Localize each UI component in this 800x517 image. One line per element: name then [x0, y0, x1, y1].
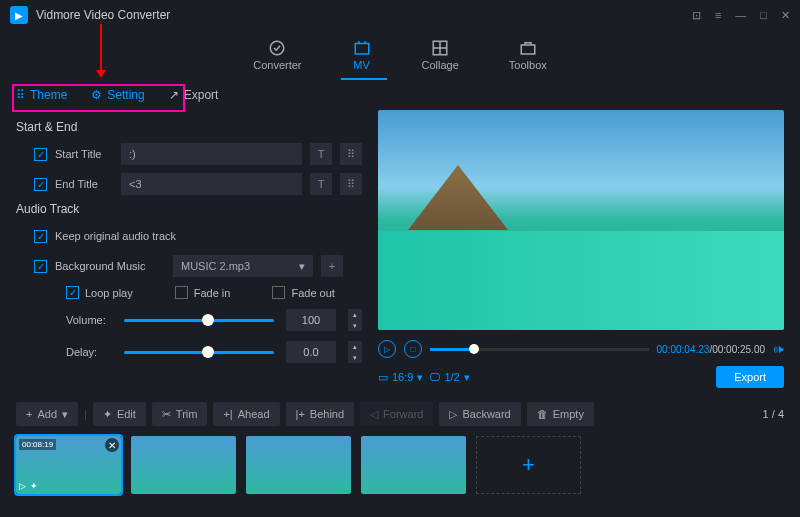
preview-video[interactable] — [378, 110, 784, 330]
volume-slider[interactable] — [124, 319, 274, 322]
theme-icon: ⠿ — [16, 88, 25, 102]
volume-down[interactable]: ▾ — [348, 320, 362, 331]
end-expand-button[interactable]: ⠿ — [340, 173, 362, 195]
keep-audio-checkbox[interactable]: ✓ — [34, 230, 47, 243]
tab-export[interactable]: ↗ Export — [169, 88, 219, 102]
svg-rect-1 — [355, 44, 369, 55]
svg-point-0 — [271, 41, 285, 55]
page-indicator: 1 / 4 — [763, 408, 784, 420]
thumbnail-2[interactable] — [131, 436, 236, 494]
zoom-dropdown[interactable]: 🖵 1/2 ▾ — [429, 371, 469, 384]
add-thumbnail-button[interactable]: + — [476, 436, 581, 494]
tab-setting[interactable]: ⚙ Setting — [91, 88, 144, 102]
nav-active-indicator — [341, 78, 387, 80]
toolbox-icon — [518, 39, 538, 57]
ahead-button[interactable]: +| Ahead — [213, 402, 279, 426]
start-title-input[interactable] — [121, 143, 302, 165]
delay-slider[interactable] — [124, 351, 274, 354]
converter-icon — [267, 39, 287, 57]
bg-music-label: Background Music — [55, 260, 165, 272]
nav-toolbox[interactable]: Toolbox — [509, 39, 547, 71]
stop-button[interactable]: □ — [404, 340, 422, 358]
time-display: 00:00:04.23/00:00:25.00 — [657, 344, 765, 355]
add-button[interactable]: + Add ▾ — [16, 402, 78, 426]
thumbnails: 00:08:19 ✕ ▷✦ + — [0, 430, 800, 500]
end-title-label: End Title — [55, 178, 113, 190]
empty-button[interactable]: 🗑 Empty — [527, 402, 594, 426]
chevron-down-icon: ▾ — [299, 260, 305, 273]
thumbnail-3[interactable] — [246, 436, 351, 494]
start-expand-button[interactable]: ⠿ — [340, 143, 362, 165]
backward-button[interactable]: ▷ Backward — [439, 402, 520, 426]
fadeout-checkbox[interactable]: ✓ — [272, 286, 285, 299]
thumbnail-1[interactable]: 00:08:19 ✕ ▷✦ — [16, 436, 121, 494]
add-music-button[interactable]: + — [321, 255, 343, 277]
clip-toolbar: + Add ▾ | ✦ Edit ✂ Trim +| Ahead |+ Behi… — [0, 398, 800, 430]
volume-label: Volume: — [66, 314, 112, 326]
top-nav: Converter MV Collage Toolbox — [0, 30, 800, 80]
fadein-checkbox[interactable]: ✓ — [175, 286, 188, 299]
volume-icon[interactable]: 🕪 — [773, 343, 784, 355]
setting-icon: ⚙ — [91, 88, 102, 102]
end-font-button[interactable]: T — [310, 173, 332, 195]
nav-converter[interactable]: Converter — [253, 39, 301, 71]
delay-down[interactable]: ▾ — [348, 352, 362, 363]
delay-up[interactable]: ▴ — [348, 341, 362, 352]
thumb-edit-icon[interactable]: ✦ — [30, 481, 38, 491]
app-title: Vidmore Video Converter — [36, 8, 692, 22]
settings-panel: Start & End ✓ Start Title T ⠿ ✓ End Titl… — [0, 110, 378, 390]
export-button[interactable]: Export — [716, 366, 784, 388]
nav-mv[interactable]: MV — [352, 39, 372, 71]
trim-button[interactable]: ✂ Trim — [152, 402, 208, 426]
start-title-label: Start Title — [55, 148, 113, 160]
end-title-input[interactable] — [121, 173, 302, 195]
keep-audio-label: Keep original audio track — [55, 230, 176, 242]
play-button[interactable]: ▷ — [378, 340, 396, 358]
close-icon[interactable]: ✕ — [781, 9, 790, 22]
menu-icon[interactable]: ≡ — [715, 9, 721, 22]
export-icon: ↗ — [169, 88, 179, 102]
delay-value[interactable]: 0.0 — [286, 341, 336, 363]
start-end-title: Start & End — [16, 120, 362, 134]
thumb-close-icon[interactable]: ✕ — [105, 438, 119, 452]
volume-up[interactable]: ▴ — [348, 309, 362, 320]
mv-icon — [352, 39, 372, 57]
feedback-icon[interactable]: ⊡ — [692, 9, 701, 22]
delay-label: Delay: — [66, 346, 112, 358]
thumb-duration: 00:08:19 — [19, 439, 56, 450]
minimize-icon[interactable]: — — [735, 9, 746, 22]
music-dropdown[interactable]: MUSIC 2.mp3 ▾ — [173, 255, 313, 277]
nav-collage[interactable]: Collage — [422, 39, 459, 71]
volume-value[interactable]: 100 — [286, 309, 336, 331]
thumb-play-icon[interactable]: ▷ — [19, 481, 26, 491]
app-logo: ▶ — [10, 6, 28, 24]
aspect-ratio-dropdown[interactable]: ▭ 16:9 ▾ — [378, 371, 423, 384]
audio-track-title: Audio Track — [16, 202, 362, 216]
edit-button[interactable]: ✦ Edit — [93, 402, 146, 426]
subtabs: ⠿ Theme ⚙ Setting ↗ Export — [0, 80, 800, 110]
loop-checkbox[interactable]: ✓ — [66, 286, 79, 299]
svg-rect-3 — [521, 45, 535, 54]
titlebar: ▶ Vidmore Video Converter ⊡ ≡ — □ ✕ — [0, 0, 800, 30]
start-font-button[interactable]: T — [310, 143, 332, 165]
maximize-icon[interactable]: □ — [760, 9, 767, 22]
progress-bar[interactable] — [430, 348, 649, 351]
thumbnail-4[interactable] — [361, 436, 466, 494]
collage-icon — [430, 39, 450, 57]
preview-panel: ▷ □ 00:00:04.23/00:00:25.00 🕪 ▭ 16:9 ▾ 🖵… — [378, 110, 800, 390]
forward-button[interactable]: ◁ Forward — [360, 402, 433, 426]
start-title-checkbox[interactable]: ✓ — [34, 148, 47, 161]
bg-music-checkbox[interactable]: ✓ — [34, 260, 47, 273]
tab-theme[interactable]: ⠿ Theme — [16, 88, 67, 102]
behind-button[interactable]: |+ Behind — [286, 402, 355, 426]
end-title-checkbox[interactable]: ✓ — [34, 178, 47, 191]
